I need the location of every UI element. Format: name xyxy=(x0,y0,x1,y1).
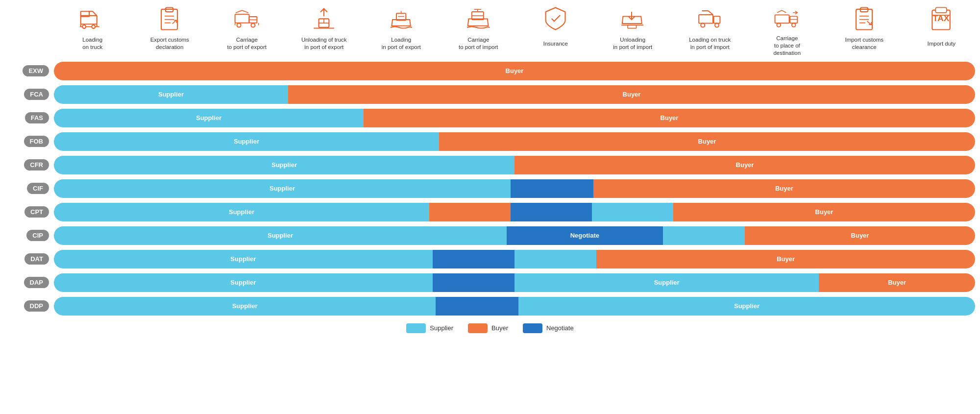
segment-buyer: Buyer xyxy=(439,132,975,151)
bars-fob: SupplierBuyer xyxy=(54,132,975,151)
col-label-carriage-import: Carriageto port of import xyxy=(459,35,498,52)
col-header-carriage-export: Carriageto port of export xyxy=(208,5,286,52)
svg-rect-44 xyxy=(775,15,789,23)
svg-line-40 xyxy=(708,11,713,15)
row-label-exw: EXW xyxy=(0,65,54,76)
legend-negotiate: Negotiate xyxy=(523,323,574,333)
badge-fca: FCA xyxy=(24,89,49,100)
row-fas: FASSupplierBuyer xyxy=(0,108,980,128)
col-label-loading-port-export: Loadingin port of export xyxy=(382,35,421,52)
svg-rect-16 xyxy=(235,14,249,23)
segment-negotiate xyxy=(433,250,514,268)
segment-supplier: Supplier xyxy=(54,297,436,316)
loading-truck-import-icon xyxy=(695,5,725,32)
segment-buyer: Buyer xyxy=(673,203,975,221)
badge-cip: CIP xyxy=(26,230,49,241)
col-label-carriage-export: Carriageto port of export xyxy=(227,35,267,52)
segment-buyer: Buyer xyxy=(819,273,975,292)
col-label-import-customs: Import customsclearance xyxy=(845,35,883,52)
col-header-carriage-import: Carriageto port of import xyxy=(440,5,517,52)
bars-cpt: SupplierBuyer xyxy=(54,203,975,221)
row-cip: CIPSupplierNegotiateBuyer xyxy=(0,225,980,246)
unloading-port-import-icon xyxy=(618,5,647,32)
legend-buyer-label: Buyer xyxy=(491,324,508,332)
bars-cif: SupplierBuyer xyxy=(54,179,975,198)
bars-fca: SupplierBuyer xyxy=(54,85,975,104)
col-header-import-customs: Import customsclearance xyxy=(826,5,903,52)
badge-dap: DAP xyxy=(24,277,49,288)
carriage-destination-icon xyxy=(772,5,802,32)
row-dap: DAPSupplierSupplierBuyer xyxy=(0,272,980,293)
segment-supplier: Supplier xyxy=(54,250,433,268)
badge-cif: CIF xyxy=(27,183,49,194)
row-fob: FOBSupplierBuyer xyxy=(0,131,980,152)
row-exw: EXWBuyer xyxy=(0,61,980,81)
legend-negotiate-label: Negotiate xyxy=(546,324,574,332)
row-label-fca: FCA xyxy=(0,89,54,100)
col-header-unloading-port-export: Unloading of truckin port of export xyxy=(286,5,363,52)
import-duty-icon: TAX xyxy=(927,5,956,32)
segment-negotiate xyxy=(436,297,518,316)
badge-fob: FOB xyxy=(24,136,49,147)
segment-buyer: Buyer xyxy=(514,156,975,174)
bars-cfr: SupplierBuyer xyxy=(54,156,975,174)
legend-supplier: Supplier xyxy=(406,323,453,333)
carriage-import-icon xyxy=(464,5,493,32)
svg-line-10 xyxy=(93,11,97,16)
bars-dat: SupplierBuyer xyxy=(54,250,975,268)
segment-supplier xyxy=(663,226,745,245)
segment-supplier: Supplier xyxy=(54,85,288,104)
segment-buyer: Buyer xyxy=(54,62,975,80)
svg-point-48 xyxy=(792,23,796,27)
legend: Supplier Buyer Negotiate xyxy=(0,323,980,333)
data-rows: EXWBuyerFCASupplierBuyerFASSupplierBuyer… xyxy=(0,61,980,317)
segment-supplier: Supplier xyxy=(54,273,433,292)
legend-supplier-box xyxy=(406,323,426,333)
row-cif: CIFSupplierBuyer xyxy=(0,178,980,199)
unloading-port-export-icon xyxy=(309,5,339,32)
legend-negotiate-box xyxy=(523,323,542,333)
col-label-carriage-destination: Carriageto place ofdestination xyxy=(773,35,801,57)
loading-port-export-icon xyxy=(387,5,416,32)
svg-point-5 xyxy=(92,25,95,28)
row-ddp: DDPSupplierSupplier xyxy=(0,296,980,317)
row-cpt: CPTSupplierBuyer xyxy=(0,202,980,222)
segment-supplier: Supplier xyxy=(518,297,975,316)
header-row: Loadingon truck Export customsdeclaratio… xyxy=(54,5,980,57)
svg-point-47 xyxy=(777,23,781,27)
badge-ddp: DDP xyxy=(24,300,49,312)
row-label-cfr: CFR xyxy=(0,159,54,170)
segment-supplier: Supplier xyxy=(54,179,511,198)
col-header-carriage-destination: Carriageto place ofdestination xyxy=(749,5,826,57)
segment-buyer: Buyer xyxy=(364,109,975,127)
badge-dat: DAT xyxy=(24,253,49,265)
col-header-loading-port-export: Loadingin port of export xyxy=(363,5,440,52)
svg-point-43 xyxy=(715,23,719,27)
col-header-loading-truck: Loadingon truck xyxy=(54,5,131,52)
segment-negotiate xyxy=(433,273,514,292)
col-header-insurance: Insurance xyxy=(517,5,594,52)
bars-fas: SupplierBuyer xyxy=(54,109,975,127)
col-label-loading-truck: Loadingon truck xyxy=(82,35,102,52)
col-label-unloading-port-export: Unloading of truckin port of export xyxy=(301,35,347,52)
main-container: Loadingon truck Export customsdeclaratio… xyxy=(0,0,980,343)
import-customs-icon xyxy=(850,5,879,32)
row-label-cip: CIP xyxy=(0,230,54,241)
row-label-cpt: CPT xyxy=(0,206,54,218)
segment-buyer: Buyer xyxy=(288,85,975,104)
svg-point-42 xyxy=(701,23,705,27)
row-label-cif: CIF xyxy=(0,183,54,194)
col-header-import-duty: TAX Import duty xyxy=(903,5,980,52)
badge-cpt: CPT xyxy=(24,206,49,218)
insurance-icon xyxy=(541,5,570,32)
segment-supplier: Supplier xyxy=(54,132,439,151)
export-customs-icon xyxy=(155,5,184,32)
col-label-unloading-port-import: Unloadingin port of import xyxy=(613,35,652,52)
row-label-dat: DAT xyxy=(0,253,54,265)
segment-supplier: Supplier xyxy=(54,203,429,221)
segment-negotiate xyxy=(511,203,592,221)
segment-supplier xyxy=(592,203,673,221)
row-label-dap: DAP xyxy=(0,277,54,288)
svg-point-20 xyxy=(251,23,255,27)
col-header-unloading-port-import: Unloadingin port of import xyxy=(594,5,672,52)
